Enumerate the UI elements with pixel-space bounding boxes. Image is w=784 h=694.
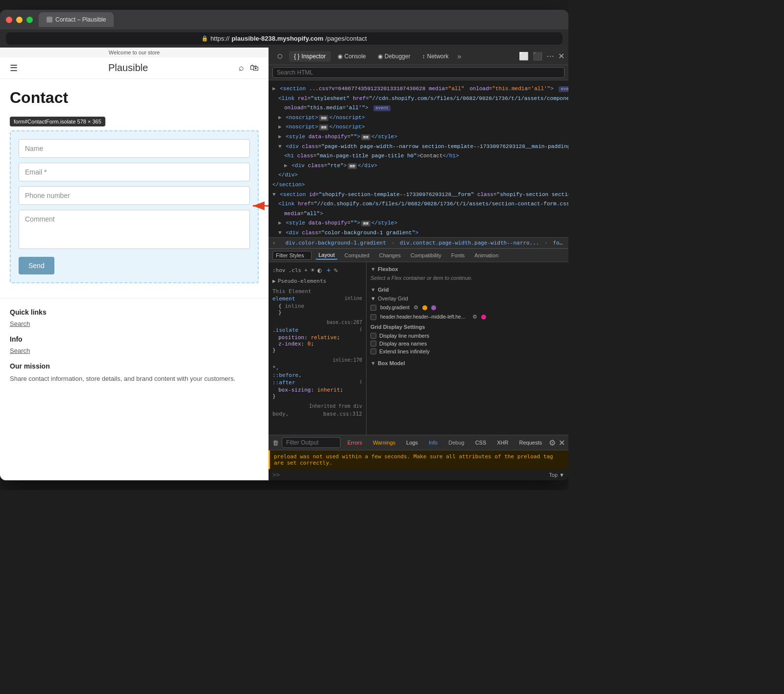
site-logo: Plausible — [108, 62, 148, 74]
quick-links-search[interactable]: Search — [10, 320, 259, 327]
html-search-input[interactable] — [272, 67, 564, 78]
tree-line[interactable]: </section> — [269, 180, 568, 190]
layout-panel: ▼ Flexbox Select a Flex container or ite… — [367, 262, 568, 435]
tree-line[interactable]: media="all"> — [269, 209, 568, 219]
warnings-filter-btn[interactable]: Warnings — [369, 439, 399, 446]
tab-computed[interactable]: Computed — [342, 251, 372, 259]
network-label: Network — [427, 53, 448, 60]
split-view-button[interactable]: ⬛ — [533, 51, 542, 61]
tab-layout[interactable]: Layout — [316, 251, 338, 260]
tree-line[interactable]: <link href="//cdn.shopify.com/s/files/1/… — [269, 199, 568, 209]
tab-changes[interactable]: Changes — [376, 251, 404, 259]
dock-side-button[interactable]: ⬜ — [519, 51, 529, 61]
breadcrumb-item-3[interactable]: form#ContactForm.isolate — [553, 240, 568, 246]
mission-text: Share contact information, store details… — [10, 374, 259, 384]
pointer-tool[interactable]: ⬡ — [272, 51, 287, 62]
tree-line[interactable]: <h1 class="main-page-title page-title h0… — [269, 151, 568, 161]
footer-quick-links: Quick links Search — [10, 308, 259, 327]
tree-line[interactable]: ▶ <noscript>▣▣</noscript> — [269, 113, 568, 123]
grid-display-settings-label: Grid Display Settings — [370, 324, 564, 330]
css-filter-btn[interactable]: CSS — [471, 439, 490, 446]
console-icon: ◉ — [338, 53, 343, 60]
tree-line[interactable]: </div> — [269, 171, 568, 180]
breadcrumb-item-2[interactable]: div.contact.page-width.page-width--narro… — [400, 240, 539, 246]
phone-field[interactable]: Phone number — [19, 186, 250, 205]
address-bar-row: 🔒 https://plausible-8238.myshopify.com/p… — [0, 29, 568, 48]
info-search[interactable]: Search — [10, 347, 259, 354]
flexbox-label: Flexbox — [378, 266, 398, 272]
grid-header[interactable]: ▼ Grid — [370, 287, 564, 293]
site-content: Contact form#ContactForm.isolate 578 × 3… — [0, 79, 269, 293]
flexbox-header[interactable]: ▼ Flexbox — [370, 266, 564, 272]
checkbox-line-numbers[interactable] — [370, 333, 376, 339]
contact-form-container: Name Email * Phone number Comment Send — [10, 130, 259, 283]
settings-button[interactable]: ⋯ — [546, 51, 554, 61]
grid-section: ▼ Grid ▼ Overlay Grid body.g — [370, 287, 564, 354]
debug-filter-btn[interactable]: Debug — [444, 439, 468, 446]
tab-compatibility[interactable]: Compatibility — [408, 251, 444, 259]
styles-panel: Filter Styles Layout Computed Changes Co… — [269, 248, 568, 435]
comment-field[interactable]: Comment — [19, 210, 250, 249]
close-devtools-button[interactable]: ✕ — [558, 51, 564, 61]
tab-console[interactable]: ◉ Console — [333, 51, 371, 62]
tree-line[interactable]: ▶ <section ...css?v=64867743591232013310… — [269, 84, 568, 94]
tree-line[interactable]: ▼ <div class="page-width page-width--nar… — [269, 142, 568, 152]
browser-tab[interactable]: Contact – Plausible — [39, 12, 114, 27]
filter-styles-input[interactable]: Filter Styles — [272, 251, 312, 260]
settings-icon-header[interactable]: ⚙ — [472, 314, 477, 320]
tab-fonts[interactable]: Fonts — [448, 251, 468, 259]
tree-line[interactable]: ▶ <style data-shopify="">▣▣</style> — [269, 219, 568, 228]
requests-filter-btn[interactable]: Requests — [515, 439, 546, 446]
tree-line[interactable]: ▶ <noscript>▣▣</noscript> — [269, 123, 568, 132]
css-filter-row: :hov .cls + ☀ ◐ + ✎ — [272, 266, 362, 274]
cart-icon[interactable]: 🛍 — [250, 63, 259, 73]
hamburger-icon[interactable]: ☰ — [10, 63, 18, 74]
xhr-filter-btn[interactable]: XHR — [493, 439, 512, 446]
box-model-header[interactable]: ▼ Box Model — [370, 360, 564, 366]
breadcrumb-item-1[interactable]: div.color-background-1.gradient — [286, 240, 386, 246]
console-toolbar: 🗑 Errors Warnings Logs Info Debug CSS XH… — [269, 435, 568, 450]
tree-line[interactable]: ▼ <section id="shopify-section-template-… — [269, 190, 568, 200]
html-search-bar — [269, 65, 568, 80]
name-field[interactable]: Name — [19, 139, 250, 158]
send-button[interactable]: Send — [19, 257, 54, 274]
css-isolate-rule: .isolate { position: relative; z-index: … — [272, 327, 362, 353]
email-field[interactable]: Email * — [19, 163, 250, 181]
more-tabs-button[interactable]: » — [457, 52, 461, 60]
tab-inspector[interactable]: { } Inspector — [289, 51, 331, 62]
clear-console-button[interactable]: 🗑 — [272, 439, 279, 446]
checkbox-area-names[interactable] — [370, 341, 376, 347]
color-dot-pink — [481, 315, 486, 320]
flexbox-section: ▼ Flexbox Select a Flex container or ite… — [370, 266, 564, 281]
search-icon[interactable]: ⌕ — [239, 63, 244, 73]
tab-debugger[interactable]: ◉ Debugger — [373, 51, 416, 62]
tree-line[interactable]: ▶ <div class="rte">▣▣</div> — [269, 161, 568, 171]
tree-line[interactable]: onload="this.media='all'"> event — [269, 103, 568, 113]
checkbox-extend-lines[interactable] — [370, 348, 376, 354]
console-settings-button[interactable]: ⚙ — [549, 438, 556, 447]
maximize-button[interactable] — [26, 17, 33, 23]
address-bar[interactable]: 🔒 https://plausible-8238.myshopify.com/p… — [6, 32, 563, 45]
errors-filter-btn[interactable]: Errors — [343, 439, 366, 446]
css-inherited: body, base.css:312 — [272, 411, 362, 417]
devtools-actions: ⬜ ⬛ ⋯ ✕ — [519, 51, 564, 61]
breadcrumb-arrow-left[interactable]: ‹ — [272, 240, 276, 246]
info-filter-btn[interactable]: Info — [425, 439, 441, 446]
close-console-button[interactable]: ✕ — [559, 438, 565, 447]
tab-network[interactable]: ↕ Network — [417, 51, 453, 62]
close-button[interactable] — [6, 17, 12, 23]
debugger-icon: ◉ — [378, 53, 383, 60]
logs-filter-btn[interactable]: Logs — [402, 439, 422, 446]
tree-line[interactable]: <link rel="stylesheet" href="//cdn.shopi… — [269, 94, 568, 104]
tree-line[interactable]: ▼ <div class="color-background-1 gradien… — [269, 228, 568, 237]
filter-output-input[interactable] — [282, 437, 341, 448]
overlay-checkbox-header[interactable] — [370, 314, 376, 320]
console-input[interactable] — [283, 471, 546, 478]
tab-animation[interactable]: Animation — [471, 251, 501, 259]
overlay-checkbox-body[interactable] — [370, 305, 376, 311]
minimize-button[interactable] — [16, 17, 23, 23]
settings-icon-body[interactable]: ⚙ — [414, 304, 418, 311]
color-dot-orange — [422, 305, 427, 310]
url-domain: plausible-8238.myshopify.com — [231, 35, 323, 42]
tree-line[interactable]: ▶ <style data-shopify="">▣▣</style> — [269, 132, 568, 142]
